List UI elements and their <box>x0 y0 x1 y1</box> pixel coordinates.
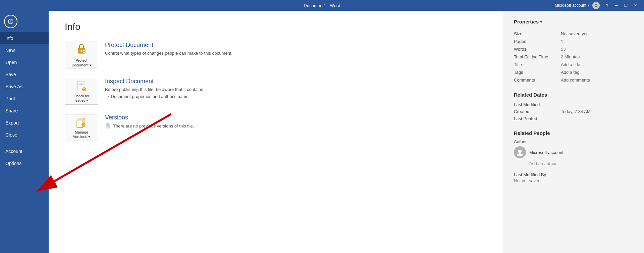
title-bar-right: Microsoft account ▾ ? ─ ❐ ✕ <box>555 2 640 9</box>
date-row-last-printed: Last Printed <box>514 115 633 122</box>
main-container: Info New Open Save Save As Print Share E… <box>0 11 644 253</box>
sidebar-item-print[interactable]: Print <box>0 93 49 105</box>
versions-desc: There are no previous versions of this f… <box>105 123 487 129</box>
prop-label-editing-time: Total Editing Time <box>514 53 561 61</box>
window-controls: ? ─ ❐ ✕ <box>602 2 640 9</box>
add-author-button[interactable]: Add an author <box>529 161 633 166</box>
sidebar-item-share[interactable]: Share <box>0 105 49 117</box>
svg-rect-13 <box>106 123 109 128</box>
properties-dropdown-icon[interactable]: ▾ <box>540 19 542 24</box>
account-label: Microsoft account <box>555 3 586 8</box>
svg-point-20 <box>517 153 523 156</box>
svg-point-19 <box>518 150 522 153</box>
sidebar-item-save[interactable]: Save <box>0 68 49 81</box>
versions-title: Versions <box>105 114 487 121</box>
sidebar: Info New Open Save Save As Print Share E… <box>0 11 49 253</box>
protect-text: Protect Document Control what types of c… <box>105 42 487 58</box>
manage-versions-button[interactable]: ManageVersions ▾ <box>65 114 98 141</box>
protect-section: ProtectDocument ▾ Protect Document Contr… <box>65 42 487 68</box>
restore-button[interactable]: ❐ <box>621 2 631 9</box>
related-dates-title: Related Dates <box>514 92 633 98</box>
help-button[interactable]: ? <box>602 2 612 9</box>
sidebar-divider <box>4 143 45 143</box>
info-main: Info ProtectDocument ▾ <box>49 11 503 253</box>
title-bar: Document1 - Word Microsoft account ▾ ? ─… <box>0 0 644 11</box>
check-issues-button[interactable]: Check forIssues ▾ <box>65 78 98 105</box>
versions-section: ManageVersions ▾ Versions There are no p… <box>65 114 487 141</box>
prop-row-words: Words 53 <box>514 45 633 53</box>
date-label-last-printed: Last Printed <box>514 115 561 122</box>
prop-row-pages: Pages 1 <box>514 38 633 45</box>
dates-table: Last Modified Created Today, 7:34 AM Las… <box>514 101 633 122</box>
sidebar-item-info[interactable]: Info <box>0 32 49 44</box>
date-label-last-modified: Last Modified <box>514 101 561 108</box>
protect-desc: Control what types of changes people can… <box>105 51 487 56</box>
prop-label-size: Size <box>514 30 561 38</box>
page-title: Info <box>65 21 487 32</box>
prop-value-tags[interactable]: Add a tag <box>561 68 633 76</box>
author-name: Microsoft account <box>529 150 564 155</box>
inspect-desc: Before publishing this file, be aware th… <box>105 87 487 92</box>
prop-value-words: 53 <box>561 45 633 53</box>
protect-document-button[interactable]: ProtectDocument ▾ <box>65 42 98 68</box>
date-value-last-printed <box>561 115 633 122</box>
svg-rect-2 <box>80 50 83 52</box>
back-button[interactable] <box>4 15 17 28</box>
prop-row-tags: Tags Add a tag <box>514 68 633 76</box>
properties-table: Size Not saved yet Pages 1 Words 53 Tota… <box>514 30 633 84</box>
author-label: Author <box>514 139 633 144</box>
prop-value-title[interactable]: Add a title <box>561 61 633 68</box>
prop-value-size: Not saved yet <box>561 30 633 38</box>
last-modified-by-label: Last Modified By <box>514 172 546 177</box>
sidebar-item-close[interactable]: Close <box>0 129 49 141</box>
versions-icon <box>75 116 88 129</box>
prop-label-tags: Tags <box>514 68 561 76</box>
inspect-title: Inspect Document <box>105 78 487 85</box>
sidebar-nav: Info New Open Save Save As Print Share E… <box>0 32 49 253</box>
account-dropdown-icon: ▾ <box>588 3 590 8</box>
lock-icon <box>75 43 88 57</box>
inspect-text: Inspect Document Before publishing this … <box>105 78 487 99</box>
versions-text: Versions There are no previous versions … <box>105 114 487 131</box>
prop-label-words: Words <box>514 45 561 53</box>
prop-row-editing-time: Total Editing Time 2 Minutes <box>514 53 633 61</box>
date-row-created: Created Today, 7:34 AM <box>514 108 633 115</box>
sidebar-item-new[interactable]: New <box>0 44 49 56</box>
svg-point-0 <box>8 19 13 24</box>
prop-value-comments[interactable]: Add comments <box>561 76 633 84</box>
last-modified-by-value: Not yet saved <box>514 178 633 183</box>
prop-row-comments: Comments Add comments <box>514 76 633 84</box>
sidebar-item-options[interactable]: Options <box>0 157 49 169</box>
last-modified-by-section: Last Modified By Not yet saved <box>514 171 633 183</box>
versions-icon-label: ManageVersions ▾ <box>73 130 90 139</box>
inspect-section: Check forIssues ▾ Inspect Document Befor… <box>65 78 487 105</box>
author-avatar <box>514 146 526 158</box>
inspect-list-item: Document properties and author's name <box>108 94 487 99</box>
versions-file-icon <box>105 123 110 129</box>
prop-label-pages: Pages <box>514 38 561 45</box>
prop-value-editing-time: 2 Minutes <box>561 53 633 61</box>
prop-label-comments: Comments <box>514 76 561 84</box>
sidebar-item-open[interactable]: Open <box>0 56 49 68</box>
inspect-icon <box>75 80 88 93</box>
prop-row-size: Size Not saved yet <box>514 30 633 38</box>
sidebar-item-account[interactable]: Account <box>0 145 49 157</box>
date-value-created: Today, 7:34 AM <box>561 108 633 115</box>
prop-label-title: Title <box>514 61 561 68</box>
related-people-title: Related People <box>514 130 633 136</box>
sidebar-item-save-as[interactable]: Save As <box>0 81 49 93</box>
minimize-button[interactable]: ─ <box>612 2 621 9</box>
sidebar-item-export[interactable]: Export <box>0 117 49 129</box>
prop-row-title: Title Add a title <box>514 61 633 68</box>
close-button[interactable]: ✕ <box>631 2 640 9</box>
content-area: Info ProtectDocument ▾ <box>49 11 644 253</box>
ms-account-button[interactable]: Microsoft account ▾ <box>555 3 590 8</box>
sidebar-bottom: Account Options <box>0 145 49 172</box>
people-section: Author Microsoft account Add an author <box>514 139 633 166</box>
window-title: Document1 - Word <box>304 3 340 8</box>
prop-value-pages: 1 <box>561 38 633 45</box>
protect-title: Protect Document <box>105 42 487 49</box>
protect-icon-label: ProtectDocument ▾ <box>71 58 91 67</box>
check-issues-icon-label: Check forIssues ▾ <box>73 94 89 103</box>
date-value-last-modified <box>561 101 633 108</box>
